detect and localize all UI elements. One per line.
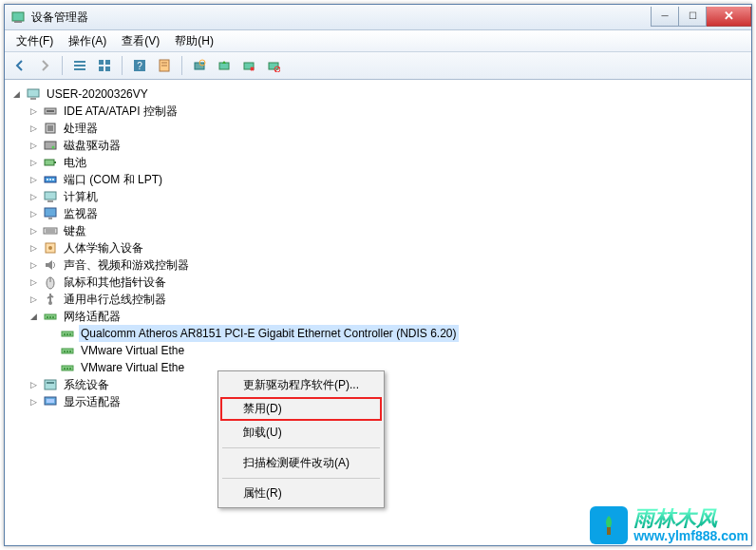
watermark: 雨林木风 www.ylmf888.com <box>590 506 748 544</box>
tree-device[interactable]: Qualcomm Atheros AR8151 PCI-E Gigabit Et… <box>45 325 751 342</box>
svg-rect-39 <box>44 228 57 234</box>
scan-hardware-icon[interactable] <box>188 54 211 77</box>
tree-category[interactable]: ▷声音、视频和游戏控制器 <box>28 256 751 274</box>
collapse-icon[interactable]: ◢ <box>28 311 39 322</box>
tree-label: 电池 <box>62 154 88 171</box>
tree-label: 端口 (COM 和 LPT) <box>62 171 164 188</box>
menubar: 文件(F) 操作(A) 查看(V) 帮助(H) <box>5 30 751 52</box>
cm-update-driver[interactable]: 更新驱动程序软件(P)... <box>220 373 382 397</box>
toolbar: ? <box>5 52 751 80</box>
cm-uninstall[interactable]: 卸载(U) <box>220 421 382 445</box>
forward-button[interactable] <box>33 54 56 77</box>
tree-device[interactable]: VMware Virtual Ethe <box>45 359 751 376</box>
menu-file[interactable]: 文件(F) <box>9 31 61 51</box>
expand-icon[interactable]: ▷ <box>28 174 39 185</box>
collapse-icon[interactable]: ◢ <box>10 88 22 100</box>
tree-category[interactable]: ▷处理器 <box>28 120 751 137</box>
svg-rect-57 <box>64 351 66 352</box>
tree-root[interactable]: ◢ USER-20200326VY <box>10 85 751 103</box>
disable-icon[interactable] <box>262 54 285 77</box>
svg-rect-26 <box>47 125 53 131</box>
svg-rect-59 <box>69 351 71 352</box>
svg-rect-5 <box>99 60 104 65</box>
tree-category[interactable]: ▷IDE ATA/ATAPI 控制器 <box>28 103 751 120</box>
tree-label: 网络适配器 <box>62 308 123 325</box>
network-adapter-icon <box>60 326 75 341</box>
tree-label: VMware Virtual Ethe <box>79 342 186 359</box>
cm-properties[interactable]: 属性(R) <box>220 482 382 505</box>
expand-icon[interactable]: ▷ <box>28 379 39 390</box>
tree-category[interactable]: ▷通用串行总线控制器 <box>28 291 751 308</box>
expand-icon[interactable]: ▷ <box>28 242 39 254</box>
expand-icon[interactable]: ▷ <box>28 259 39 271</box>
menu-action[interactable]: 操作(A) <box>61 31 114 51</box>
titlebar[interactable]: 设备管理器 ─ ☐ ✕ <box>5 5 751 30</box>
help-icon[interactable]: ? <box>128 54 151 77</box>
svg-rect-53 <box>64 333 66 335</box>
tree-category[interactable]: ▷显示适配器 <box>28 393 751 410</box>
expand-icon[interactable]: ▷ <box>28 276 39 288</box>
tree-category[interactable]: ▷计算机 <box>28 188 751 205</box>
svg-rect-3 <box>74 65 85 66</box>
close-button[interactable]: ✕ <box>707 7 751 27</box>
expand-icon[interactable]: ▷ <box>28 123 39 134</box>
view-detail-icon[interactable] <box>93 54 116 77</box>
expand-icon[interactable]: ▷ <box>28 191 39 202</box>
expand-icon[interactable]: ▷ <box>28 225 39 237</box>
uninstall-icon[interactable] <box>237 54 260 77</box>
back-button[interactable] <box>9 54 31 77</box>
svg-rect-6 <box>105 60 110 65</box>
expand-icon[interactable]: ▷ <box>28 105 39 117</box>
device-category-icon <box>43 155 58 170</box>
expand-icon[interactable]: ▷ <box>28 396 39 408</box>
tree-category[interactable]: ▷鼠标和其他指针设备 <box>28 274 751 291</box>
svg-rect-58 <box>66 351 68 352</box>
device-category-icon <box>43 104 58 119</box>
window-title: 设备管理器 <box>31 9 651 26</box>
tree-label: Qualcomm Atheros AR8151 PCI-E Gigabit Et… <box>79 325 459 342</box>
svg-rect-64 <box>45 380 56 389</box>
view-list-icon[interactable] <box>68 54 91 77</box>
cm-scan-hardware[interactable]: 扫描检测硬件改动(A) <box>220 451 382 475</box>
device-category-icon <box>43 309 58 324</box>
device-category-icon <box>43 292 58 307</box>
tree-content[interactable]: ◢ USER-20200326VY ▷IDE ATA/ATAPI 控制器▷处理器… <box>5 80 751 545</box>
expand-icon[interactable]: ▷ <box>28 157 39 168</box>
menu-help[interactable]: 帮助(H) <box>167 31 221 51</box>
maximize-button[interactable]: ☐ <box>679 7 707 27</box>
tree-category[interactable]: ▷端口 (COM 和 LPT) <box>28 171 751 188</box>
expand-icon[interactable]: ▷ <box>28 140 39 151</box>
tree-device[interactable]: VMware Virtual Ethe <box>45 342 751 359</box>
menu-view[interactable]: 查看(V) <box>114 31 167 51</box>
svg-rect-54 <box>66 333 68 335</box>
menu-separator <box>222 478 380 479</box>
svg-point-43 <box>48 246 52 250</box>
tree-category[interactable]: ▷键盘 <box>28 222 751 239</box>
tree-category[interactable]: ◢网络适配器 <box>28 308 751 325</box>
svg-rect-8 <box>105 66 110 71</box>
svg-rect-4 <box>74 68 85 70</box>
tree-category[interactable]: ▷系统设备 <box>28 376 751 393</box>
svg-rect-18 <box>269 63 278 69</box>
tree-label: 通用串行总线控制器 <box>62 291 168 308</box>
update-driver-icon[interactable] <box>213 54 236 77</box>
svg-rect-7 <box>99 66 104 71</box>
network-adapter-icon <box>60 360 75 375</box>
svg-rect-38 <box>48 218 52 219</box>
expand-icon[interactable]: ▷ <box>28 208 39 219</box>
svg-rect-21 <box>28 89 39 97</box>
device-category-icon <box>43 257 58 273</box>
tree-category[interactable]: ▷电池 <box>28 154 751 171</box>
tree-category[interactable]: ▷磁盘驱动器 <box>28 137 751 154</box>
tree-category[interactable]: ▷监视器 <box>28 205 751 222</box>
properties-icon[interactable] <box>153 54 176 77</box>
tree-category[interactable]: ▷人体学输入设备 <box>28 239 751 256</box>
computer-icon <box>26 86 41 102</box>
minimize-button[interactable]: ─ <box>651 7 679 27</box>
device-category-icon <box>43 189 58 204</box>
cm-disable[interactable]: 禁用(D) <box>220 397 382 421</box>
svg-point-34 <box>52 179 54 180</box>
svg-rect-51 <box>52 316 54 318</box>
device-category-icon <box>43 206 58 221</box>
expand-icon[interactable]: ▷ <box>28 294 39 305</box>
